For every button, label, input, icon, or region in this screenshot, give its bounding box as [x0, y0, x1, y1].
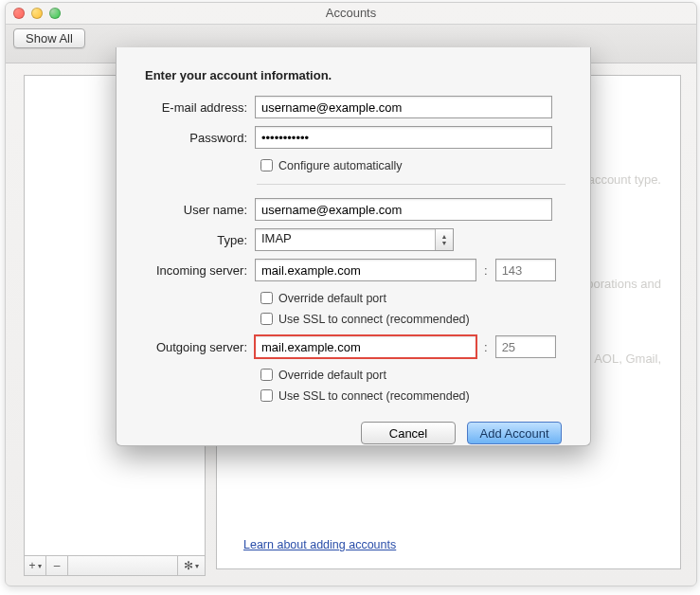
outgoing-ssl-label: Use SSL to connect (recommended) — [278, 389, 470, 403]
type-select[interactable]: IMAP ▲▼ — [255, 228, 454, 251]
password-field[interactable] — [255, 126, 552, 149]
add-account-button[interactable]: +▾ — [25, 556, 46, 575]
password-label: Password: — [135, 131, 255, 145]
learn-link[interactable]: Learn about adding accounts — [243, 538, 396, 551]
remove-account-button[interactable]: – — [46, 556, 68, 575]
configure-auto-checkbox[interactable] — [260, 159, 273, 171]
incoming-port-field[interactable] — [495, 259, 556, 281]
minimize-icon[interactable] — [31, 8, 43, 19]
sheet-title: Enter your account information. — [145, 68, 565, 82]
cancel-button[interactable]: Cancel — [361, 422, 456, 444]
incoming-server-field[interactable] — [255, 259, 476, 281]
window-title: Accounts — [6, 3, 696, 25]
incoming-override-checkbox[interactable] — [260, 292, 273, 304]
colon: : — [476, 263, 495, 278]
colon: : — [476, 340, 495, 354]
outgoing-override-checkbox[interactable] — [260, 369, 273, 381]
accounts-footer: +▾ – ✻▾ — [24, 555, 206, 576]
chevron-down-icon: ▾ — [195, 562, 199, 570]
type-label: Type: — [135, 233, 255, 247]
show-all-button[interactable]: Show All — [13, 28, 85, 48]
outgoing-server-field[interactable] — [255, 335, 476, 358]
outgoing-label: Outgoing server: — [135, 340, 255, 354]
username-field[interactable] — [255, 198, 552, 221]
plus-icon: + — [28, 559, 35, 572]
add-account-button[interactable]: Add Account — [467, 422, 562, 444]
zoom-icon[interactable] — [49, 8, 61, 19]
username-label: User name: — [135, 203, 255, 217]
type-value: IMAP — [261, 231, 292, 245]
outgoing-ssl-checkbox[interactable] — [260, 389, 273, 402]
incoming-ssl-checkbox[interactable] — [260, 313, 273, 325]
gear-icon: ✻ — [184, 559, 193, 572]
outgoing-override-label: Override default port — [278, 369, 386, 382]
email-field[interactable] — [255, 96, 552, 118]
close-icon[interactable] — [13, 8, 25, 19]
window-controls — [13, 8, 61, 19]
select-arrows-icon: ▲▼ — [435, 229, 453, 250]
settings-menu-button[interactable]: ✻▾ — [178, 556, 205, 575]
configure-auto-label: Configure automatically — [278, 159, 403, 172]
incoming-label: Incoming server: — [135, 263, 255, 278]
footer-spacer — [68, 556, 178, 575]
outgoing-port-field[interactable] — [495, 335, 556, 358]
email-label: E-mail address: — [135, 100, 255, 115]
incoming-ssl-label: Use SSL to connect (recommended) — [278, 313, 470, 326]
chevron-down-icon: ▾ — [38, 562, 42, 570]
add-account-sheet: Enter your account information. E-mail a… — [116, 47, 591, 446]
divider — [257, 184, 565, 185]
incoming-override-label: Override default port — [278, 292, 386, 305]
